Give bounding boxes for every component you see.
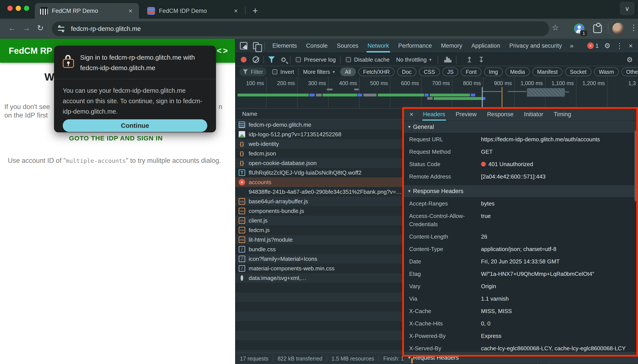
scrollbar-thumb[interactable] [634, 130, 637, 202]
network-request-row[interactable]: 94838ffe-241b-4a67-a9e0-290bfe34c351%2Fb… [236, 187, 404, 196]
more-tabs-icon[interactable]: » [570, 42, 574, 50]
window-close-button[interactable] [8, 6, 13, 11]
request-headers-section-header[interactable]: ▼ Request Headers [404, 352, 638, 363]
request-type-filter-other[interactable]: Other [622, 68, 638, 76]
network-request-row[interactable]: {}open-cookie-database.json [236, 158, 404, 168]
network-request-row[interactable]: fedcm-rp-demo.glitch.me [236, 120, 404, 130]
invert-checkbox[interactable] [272, 69, 278, 74]
devtools-settings-icon[interactable]: ⚙ [604, 42, 610, 50]
network-request-row[interactable]: TflUhRq6tzZclQEJ-Vdg-luiaDsNclhQ8tQ.woff… [236, 168, 404, 178]
response-headers-section-header[interactable]: ▼ Response Headers [404, 186, 638, 197]
devtools-close-icon[interactable]: × [629, 42, 633, 50]
devtools-tab-memory[interactable]: Memory [436, 38, 467, 53]
code-link-icon[interactable]: <> [217, 46, 229, 56]
devtools-tab-elements[interactable]: Elements [268, 38, 302, 53]
header-row: Request URLhttps://fedcm-idp-demo.glitch… [404, 133, 638, 146]
network-overview-timeline[interactable]: 100 ms200 ms300 ms400 ms500 ms600 ms700 … [236, 77, 638, 109]
network-settings-icon[interactable]: ⚙ [626, 56, 638, 64]
filter-input[interactable]: Filter [240, 68, 266, 76]
network-request-row[interactable]: /bundle.css [236, 244, 404, 254]
inspect-element-icon[interactable] [240, 42, 247, 50]
header-value: application/json; charset=utf-8 [481, 245, 556, 253]
empty-row [236, 340, 404, 350]
throttling-select[interactable]: No throttling [396, 56, 426, 63]
request-name: icon?family=Material+Icons [249, 256, 317, 262]
browser-menu-icon[interactable]: ⋮ [630, 23, 638, 32]
goto-idp-link[interactable]: GOTO THE IDP AND SIGN IN [0, 134, 232, 142]
request-type-filter-wasm[interactable]: Wasm [594, 68, 619, 76]
devtools-tab-privacy-and-security[interactable]: Privacy and security [505, 38, 566, 53]
triangle-down-icon: ▼ [408, 189, 411, 194]
request-type-filter-css[interactable]: CSS [419, 68, 440, 76]
network-request-row[interactable]: <>lit-html.js?module [236, 235, 404, 244]
disable-cache-checkbox[interactable] [346, 57, 351, 62]
request-type-filter-socket[interactable]: Socket [565, 68, 591, 76]
network-request-row[interactable]: data:image/svg+xml,… [236, 273, 404, 283]
network-request-row[interactable]: ×accounts [236, 178, 404, 187]
network-request-row[interactable]: <>base64url-arraybuffer.js [236, 196, 404, 206]
general-section-header[interactable]: ▼ General [404, 121, 638, 132]
request-type-filter-js[interactable]: JS [442, 68, 458, 76]
browser-tab-idp[interactable]: FedCM IDP Demo × [142, 3, 244, 19]
devtools-tab-sources[interactable]: Sources [332, 38, 363, 53]
tab-close-icon[interactable]: × [232, 7, 239, 14]
network-request-row[interactable]: <>client.js [236, 216, 404, 225]
back-icon[interactable]: ← [8, 24, 16, 33]
request-type-filter-manifest[interactable]: Manifest [532, 68, 562, 76]
devtools-menu-icon[interactable]: ⋮ [616, 42, 623, 50]
export-har-icon[interactable]: ↧ [478, 55, 484, 64]
devtools-tab-network[interactable]: Network [363, 38, 394, 53]
details-tab-initiator[interactable]: Initiator [519, 108, 548, 121]
network-request-row[interactable]: /material-components-web.min.css [236, 264, 404, 273]
close-details-icon[interactable]: × [404, 110, 418, 118]
import-har-icon[interactable]: ↥ [466, 55, 473, 64]
tab-close-icon[interactable]: × [127, 7, 134, 14]
address-bar[interactable]: fedcm-rp-demo.glitch.me [52, 21, 549, 36]
details-tab-preview[interactable]: Preview [450, 108, 482, 121]
network-conditions-icon[interactable] [444, 57, 452, 62]
details-tab-response[interactable]: Response [482, 108, 519, 121]
extensions-puzzle-icon[interactable] [593, 24, 602, 33]
profile-avatar[interactable] [612, 23, 624, 35]
devtools-tab-application[interactable]: Application [467, 38, 505, 53]
network-request-row[interactable]: <>fedcm.js [236, 225, 404, 235]
request-type-filter-media[interactable]: Media [506, 68, 530, 76]
record-button-icon[interactable] [241, 57, 246, 62]
orange-marker [411, 358, 413, 363]
details-tab-headers[interactable]: Headers [418, 108, 450, 121]
network-toolbar: Preserve log Disable cache No throttling… [236, 54, 638, 66]
tab-search-button[interactable]: ∨ [620, 2, 634, 15]
network-request-row[interactable]: /icon?family=Material+Icons [236, 254, 404, 264]
search-icon[interactable] [281, 58, 286, 62]
request-type-filter-font[interactable]: Font [461, 68, 482, 76]
network-request-row[interactable]: {}fedcm.json [236, 149, 404, 158]
network-request-row[interactable]: {}web-identity [236, 139, 404, 149]
device-toolbar-icon[interactable] [253, 42, 259, 49]
clear-network-log-icon[interactable] [252, 56, 259, 63]
site-settings-icon[interactable] [58, 25, 65, 32]
preserve-log-checkbox[interactable] [296, 57, 301, 62]
reload-icon[interactable]: ↻ [37, 24, 44, 33]
filter-toggle-icon[interactable] [268, 56, 275, 63]
script-icon: <> [239, 217, 245, 224]
request-type-filter-img[interactable]: Img [484, 68, 503, 76]
continue-button[interactable]: Continue [63, 119, 207, 132]
error-counter[interactable]: × 1 [587, 42, 598, 49]
network-request-row[interactable]: <>components-bundle.js [236, 206, 404, 216]
browser-tab-rp[interactable]: FedCM RP Demo × [35, 3, 139, 19]
new-tab-button[interactable]: + [249, 4, 262, 18]
forward-icon[interactable]: → [23, 24, 30, 33]
bookmark-star-icon[interactable]: ☆ [552, 23, 559, 32]
window-minimize-button[interactable] [16, 6, 21, 11]
window-zoom-button[interactable] [24, 6, 29, 11]
details-tab-timing[interactable]: Timing [548, 108, 576, 121]
request-type-filter-doc[interactable]: Doc [397, 68, 416, 76]
name-column-header[interactable]: Name [236, 109, 404, 120]
request-type-filter-all[interactable]: All [340, 68, 356, 76]
devtools-tab-console[interactable]: Console [302, 38, 332, 53]
request-type-filter-fetch-xhr[interactable]: Fetch/XHR [358, 68, 394, 76]
network-request-row[interactable]: idp-logo-512.png?v=1713514252268 [236, 130, 404, 139]
header-row: Status Code401 Unauthorized [404, 158, 638, 170]
more-filters-dropdown[interactable]: More filters [303, 69, 330, 75]
devtools-tab-performance[interactable]: Performance [394, 38, 436, 53]
